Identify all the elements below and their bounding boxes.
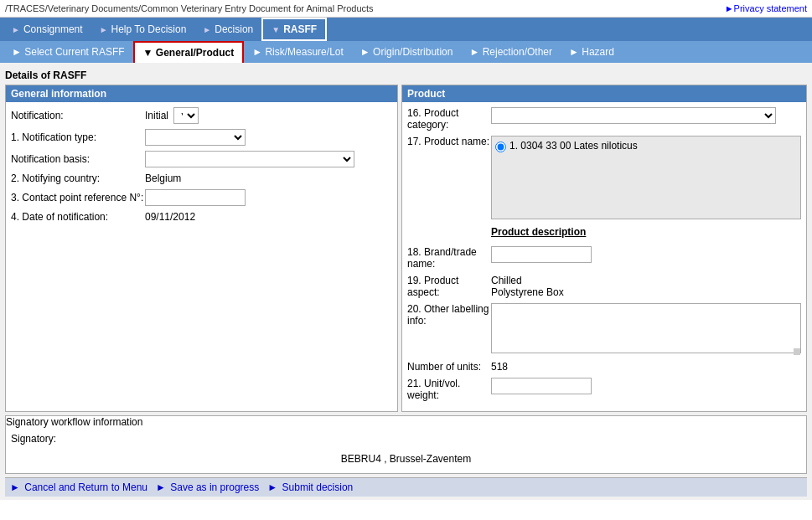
sub-risk-arrow: ► [252,46,262,58]
save-arrow: ► [156,481,166,493]
nav-decision[interactable]: ► Decision [194,18,261,41]
submit-decision-link[interactable]: ► Submit decision [267,481,353,493]
page-content: Details of RASFF General information Not… [0,63,812,500]
breadcrumb-path: /TRACES/Veterinary Documents/Common Vete… [5,3,374,13]
notification-type-label: 1. Notification type: [11,131,145,143]
sub-hazard[interactable]: ► Hazard [561,41,623,63]
other-labelling-row: 20. Other labelling info: [407,303,801,356]
sub-origin-arrow: ► [360,46,370,58]
product-aspect-row: 19. Product aspect: Chilled Polystyrene … [407,275,801,298]
product-description-header: Product description [491,226,586,238]
signatory-header: Signatory workflow information [6,416,806,428]
date-notification-value: 09/11/2012 [145,211,195,223]
signatory-section: Signatory workflow information Signatory… [5,415,807,474]
notification-basis-row: Notification basis: [11,151,392,167]
product-body: 16. Product category: 17. Product name: … [402,102,806,411]
contact-point-input[interactable] [145,189,246,206]
cancel-return-link[interactable]: ► Cancel and Return to Menu [10,481,147,493]
nav-rasff[interactable]: ▼ RASFF [261,18,327,41]
notification-wrap: Initial ▼ [145,107,199,124]
other-labelling-label: 20. Other labelling info: [407,303,491,327]
sub-select-rasff[interactable]: ► Select Current RASFF [3,41,133,63]
product-name-radio[interactable] [495,142,506,152]
number-of-units-value: 518 [491,361,508,373]
number-of-units-row: Number of units: 518 [407,361,801,373]
other-labelling-textarea[interactable] [491,303,801,353]
contact-point-label: 3. Contact point reference N°: [11,192,145,203]
product-header: Product [402,85,806,102]
product-name-area: 1. 0304 33 00 Lates niloticus [491,136,801,219]
product-aspect-values: Chilled Polystyrene Box [491,275,564,298]
signatory-label: Signatory: [11,433,145,445]
product-name-row: 17. Product name: 1. 0304 33 00 Lates ni… [407,136,801,219]
general-info-header: General information [6,85,397,102]
signatory-body: Signatory: BEBRU4 , Brussel-Zaventem [6,428,806,473]
product-category-row: 16. Product category: [407,107,801,131]
notification-basis-select[interactable] [145,151,354,167]
right-panel: Product 16. Product category: 17. Produc… [401,85,807,412]
product-category-select[interactable] [491,107,776,124]
sub-rejection-other[interactable]: ► Rejection/Other [461,41,561,63]
submit-arrow: ► [267,481,277,493]
product-name-value: 1. 0304 33 00 Lates niloticus [509,140,638,152]
notification-basis-label: Notification basis: [11,153,145,165]
general-info-body: Notification: Initial ▼ 1. Notification … [6,102,397,233]
unit-vol-weight-row: 21. Unit/vol. weight: [407,378,801,401]
product-desc-header-row: Product description [407,226,801,241]
sub-risk-measure-lot[interactable]: ► Risk/Measure/Lot [244,41,352,63]
cancel-arrow: ► [10,481,20,493]
signatory-row: Signatory: [11,433,801,445]
sub-rejection-arrow: ► [469,46,479,58]
notification-row: Notification: Initial ▼ [11,107,392,124]
sub-origin-distribution[interactable]: ► Origin/Distribution [352,41,462,63]
sub-nav: ► Select Current RASFF ▼ General/Product… [0,41,812,63]
nav-rasff-arrow: ▼ [272,25,280,34]
notification-select[interactable]: ▼ [173,107,199,124]
nav-consignment-arrow: ► [12,25,20,34]
notification-label: Notification: [11,110,145,121]
nav-consignment[interactable]: ► Consignment [3,18,91,41]
notifying-country-label: 2. Notifying country: [11,172,145,184]
product-category-label: 16. Product category: [407,107,491,131]
product-aspect-label: 19. Product aspect: [407,275,491,298]
sub-general-product[interactable]: ▼ General/Product [133,41,245,63]
save-in-progress-link[interactable]: ► Save as in progress [156,481,259,493]
notifying-country-row: 2. Notifying country: Belgium [11,172,392,184]
unit-vol-weight-label: 21. Unit/vol. weight: [407,378,491,401]
brand-trade-name-row: 18. Brand/trade name: [407,246,801,270]
main-nav: ► Consignment ► Help To Decision ► Decis… [0,18,812,41]
details-header: Details of RASFF [5,66,807,83]
sub-select-rasff-arrow: ► [12,46,22,58]
sub-hazard-arrow: ► [569,46,579,58]
nav-help-to-decision[interactable]: ► Help To Decision [91,18,195,41]
product-aspect-extra: Polystyrene Box [491,286,564,298]
brand-trade-name-label: 18. Brand/trade name: [407,246,491,270]
signatory-value-row: BEBRU4 , Brussel-Zaventem [11,450,801,468]
left-panel: General information Notification: Initia… [5,85,398,412]
brand-trade-name-input[interactable] [491,246,592,263]
notification-type-row: 1. Notification type: [11,129,392,146]
nav-decision-arrow: ► [203,25,211,34]
date-notification-label: 4. Date of notification: [11,211,145,223]
contact-point-row: 3. Contact point reference N°: [11,189,392,206]
main-columns: General information Notification: Initia… [5,85,807,412]
number-of-units-label: Number of units: [407,361,491,373]
notification-type-select[interactable] [145,129,246,146]
product-name-label: 17. Product name: [407,136,491,147]
privacy-link[interactable]: ►Privacy statement [725,3,807,13]
breadcrumb: /TRACES/Veterinary Documents/Common Vete… [0,0,812,18]
sub-general-product-arrow: ▼ [143,47,153,59]
product-aspect-value: Chilled [491,275,564,286]
notification-value: Initial [145,110,168,121]
signatory-value: BEBRU4 , Brussel-Zaventem [341,453,471,465]
bottom-bar: ► Cancel and Return to Menu ► Save as in… [5,477,807,497]
unit-vol-weight-input[interactable] [491,378,592,394]
date-notification-row: 4. Date of notification: 09/11/2012 [11,211,392,223]
product-name-radio-row: 1. 0304 33 00 Lates niloticus [495,140,797,152]
other-labelling-wrap [491,303,801,356]
notifying-country-value: Belgium [145,172,181,184]
nav-help-arrow: ► [100,25,108,34]
